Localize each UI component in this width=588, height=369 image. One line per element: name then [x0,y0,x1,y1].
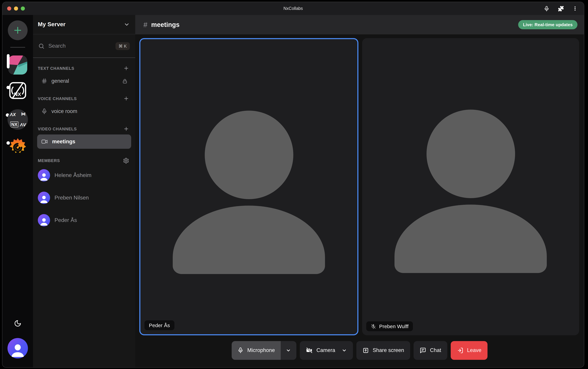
hash-icon: # [143,20,147,29]
page-title: meetings [151,21,179,28]
person-icon [39,171,49,181]
chevron-down-icon [124,21,130,28]
add-server-button[interactable] [8,20,28,40]
section-video-channels: VIDEO CHANNELS [33,126,135,132]
server-indicator-dot [7,86,10,89]
participant-name-label: Peder Ås [145,320,174,330]
minimize-button[interactable] [14,7,18,10]
video-icon [41,138,48,145]
participant-name-label: Preben Wulff [366,321,413,331]
theme-toggle-button[interactable] [14,320,21,327]
member-item[interactable]: Peder Ås [33,209,135,231]
avatar-placeholder-body [394,205,546,273]
app-window: NxCollabs [2,2,584,368]
leave-icon [457,347,463,354]
window-title: NxCollabs [2,6,584,11]
plus-icon [123,96,129,102]
server-item-nx-collage[interactable]: ΛX ⋈ NX ΛV [8,100,28,130]
member-name: Peder Ås [54,217,77,223]
titlebar: NxCollabs [2,2,584,15]
hash-icon [41,78,47,84]
svg-text:NX: NX [14,92,21,97]
lock-icon [122,78,128,84]
call-controls: Microphone Camera [135,335,584,367]
member-avatar [38,169,50,181]
channel-header: # meetings Live: Real-time updates [135,15,584,34]
search-icon [38,43,45,49]
share-screen-button[interactable]: Share screen [356,341,410,360]
main-area: # meetings Live: Real-time updates Peder… [135,15,584,367]
nx-logo-icon: NX [8,81,27,100]
search-input[interactable]: Search ⌘ K [33,34,135,58]
workspace-pinkteal-icon [8,55,27,74]
mic-icon [41,108,47,114]
moon-icon [14,320,21,327]
chat-button[interactable]: Chat [414,341,447,360]
plus-icon [123,65,129,71]
member-name: Helene Åsheim [54,172,92,178]
zoom-button[interactable] [21,7,25,10]
channel-item-general[interactable]: general [37,74,131,88]
section-voice-channels: VOICE CHANNELS [33,96,135,102]
members-settings-button[interactable] [123,158,129,164]
active-server-indicator [7,54,10,68]
avatar-placeholder-head [426,110,515,198]
avatar-placeholder-body [173,205,325,274]
share-screen-icon [362,347,369,354]
member-avatar [38,192,50,204]
search-placeholder: Search [48,43,112,49]
section-text-channels: TEXT CHANNELS [33,65,135,71]
member-name: Preben Nilsen [54,195,89,201]
video-tile-preben[interactable]: Preben Wulff [362,38,579,335]
channel-label: general [52,78,69,84]
chat-icon [420,347,426,354]
add-video-channel-button[interactable] [123,126,129,132]
server-item-nx[interactable]: NX [8,74,27,100]
channel-label: meetings [52,139,75,145]
leave-button[interactable]: Leave [451,341,487,360]
person-icon [39,216,49,226]
microphone-permission-icon[interactable] [544,6,549,11]
server-item-grafana[interactable] [8,130,27,156]
member-avatar [38,214,50,226]
camera-button[interactable]: Camera [300,341,353,360]
microphone-button-group: Microphone [232,341,296,360]
plus-icon [123,126,129,132]
server-name: My Server [38,21,66,28]
server-header[interactable]: My Server [33,15,135,34]
live-status-badge: Live: Real-time updates [518,20,578,29]
member-item[interactable]: Preben Nilsen [33,187,135,209]
server-item-workspace[interactable] [8,48,27,74]
member-item[interactable]: Helene Åsheim [33,164,135,186]
mic-off-icon [371,324,376,329]
nx-collage-icon: ΛX ⋈ NX ΛV [8,109,28,130]
app-root: NxCollabs [0,0,588,369]
video-grid: Peder Ås Preben Wulff [135,34,584,335]
add-text-channel-button[interactable] [123,65,129,71]
search-shortcut-badge: ⌘ K [115,42,130,50]
kebab-menu-icon[interactable] [572,6,578,11]
channel-sidebar: My Server Search ⌘ K TEXT CHANNELS [33,15,135,367]
channel-item-voice-room[interactable]: voice room [37,104,131,118]
section-members: MEMBERS [33,158,135,164]
microphone-button[interactable]: Microphone [232,341,281,360]
microphone-options-button[interactable] [281,341,296,360]
channel-label: voice room [52,108,77,114]
avatar-placeholder-head [205,111,293,199]
user-avatar[interactable] [8,338,28,359]
add-voice-channel-button[interactable] [123,96,129,102]
person-icon [9,341,27,359]
camera-options-button[interactable] [342,348,347,353]
plus-icon [13,25,23,35]
close-button[interactable] [7,7,11,10]
grafana-icon [8,137,27,156]
video-tile-peder[interactable]: Peder Ås [139,38,358,335]
server-indicator-dot [7,141,10,145]
extensions-icon[interactable] [558,5,564,12]
server-rail: NX ΛX ⋈ NX ΛV [2,15,33,367]
person-icon [39,194,49,204]
camera-off-icon [306,347,313,354]
traffic-lights [2,7,25,10]
chevron-down-icon [286,348,291,353]
channel-item-meetings[interactable]: meetings [37,134,131,149]
